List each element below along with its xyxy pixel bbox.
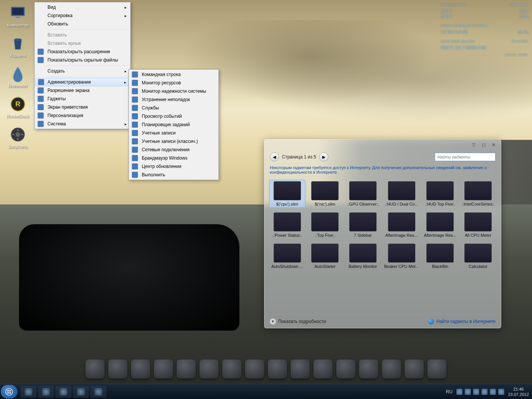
dock-item[interactable]	[268, 359, 287, 378]
close-icon[interactable]: ✕	[492, 142, 497, 147]
gadget-thumbnail	[274, 212, 301, 231]
gadget-item[interactable]: .:HUD / Dual Co...	[383, 180, 421, 208]
submenu-item[interactable]: Командная строка	[130, 70, 218, 79]
gadget-item[interactable]: Calculator	[460, 242, 496, 270]
taskbar: RU 21:46 23.07.2012	[0, 384, 532, 399]
gadget-item[interactable]: Beaker CPU Met...	[383, 242, 421, 270]
menu-item[interactable]: Вид▸	[35, 3, 130, 11]
submenu-item[interactable]: Устранение неполадок	[130, 95, 218, 104]
desktop-icon-rainmeter[interactable]: Rainmeter	[3, 65, 33, 88]
gadgets-window[interactable]: ▽ ◻ ✕ ◀ Страница 1 из 5 ▶ Некоторым гадж…	[264, 139, 501, 328]
taskbar-item[interactable]	[73, 386, 89, 398]
tray-icon[interactable]	[473, 389, 479, 395]
gadgets-search-input[interactable]	[435, 153, 496, 161]
menu-item[interactable]: Показать/скрыть скрытые файлы	[35, 56, 130, 64]
tray-icon[interactable]	[456, 389, 462, 395]
dock-item[interactable]	[222, 359, 241, 378]
gadget-item[interactable]: .:Top Five:.	[307, 211, 344, 239]
dock-item[interactable]	[86, 359, 104, 378]
gadget-item[interactable]: .:HUD Top Five:.	[422, 180, 458, 208]
gadget-item[interactable]: $('nic').slim	[307, 180, 344, 208]
gadget-item[interactable]: All CPU Meter	[460, 211, 496, 239]
submenu-item[interactable]: Выполнить	[130, 171, 218, 179]
tray-icon[interactable]	[465, 389, 471, 395]
dock-item[interactable]	[291, 359, 310, 378]
gadget-item[interactable]: .:IntelCoreSeries:.	[460, 180, 496, 208]
gadget-item[interactable]: .:GPU Observer:.	[345, 180, 381, 208]
desktop-icon-recycle-bin[interactable]: Корзина	[3, 34, 33, 58]
submenu-item[interactable]: Сетевые подключения	[130, 146, 218, 154]
gadget-item[interactable]: AutoShutdown ...	[269, 242, 306, 270]
dock-item[interactable]	[405, 359, 424, 378]
menu-item[interactable]: Система▸	[35, 120, 130, 128]
tray-icon[interactable]	[498, 389, 504, 395]
find-gadgets-online-link[interactable]: Найти гаджеты в Интернете	[428, 318, 496, 325]
taskbar-item[interactable]	[90, 386, 106, 398]
gadget-item[interactable]: BlackBin	[422, 242, 458, 270]
svg-point-4	[14, 38, 22, 41]
admin-submenu[interactable]: Командная строкаМонитор ресурсовМонитор …	[128, 69, 219, 180]
dock-item[interactable]	[131, 359, 150, 378]
gadget-thumbnail	[388, 212, 415, 231]
submenu-item[interactable]: Монитор надежности системы	[130, 87, 218, 95]
submenu-item[interactable]: Учетные записи (классич.)	[130, 137, 218, 146]
submenu-item[interactable]: Учетные записи	[130, 129, 218, 137]
menu-item-icon	[38, 49, 44, 55]
dock-item[interactable]	[314, 359, 332, 378]
submenu-item[interactable]: Брандмауэр Windows	[130, 154, 218, 162]
dock-item[interactable]	[200, 359, 218, 378]
submenu-item-icon	[132, 97, 138, 103]
gadgets-privacy-notice[interactable]: Некоторым гаджетам требуется доступ к Ин…	[264, 164, 501, 177]
language-indicator[interactable]: RU	[446, 389, 453, 394]
help-icon[interactable]: ◻	[482, 142, 487, 147]
dock-item[interactable]	[382, 359, 401, 378]
gadget-item[interactable]: Afterimage Res...	[383, 211, 421, 239]
menu-item[interactable]: Гаджеты	[35, 95, 130, 103]
desktop-icon-rocketdock[interactable]: RRocketDock	[3, 95, 33, 119]
dock-item[interactable]	[177, 359, 196, 378]
submenu-item[interactable]: Монитор ресурсов	[130, 79, 218, 87]
tray-icon[interactable]	[481, 389, 488, 395]
prev-page-button[interactable]: ◀	[270, 152, 279, 162]
taskbar-item[interactable]	[38, 386, 54, 398]
minimize-icon[interactable]: ▽	[472, 142, 477, 147]
desktop-icon-run[interactable]: Запустить	[3, 125, 33, 149]
show-details-button[interactable]: ▼ Показать подробности	[270, 318, 326, 325]
gadget-thumbnail	[388, 244, 415, 263]
start-button[interactable]	[1, 385, 17, 399]
menu-item[interactable]: Экран приветствия	[35, 103, 130, 111]
menu-item[interactable]: Показать/скрыть расширение	[35, 48, 130, 56]
taskbar-item[interactable]	[55, 386, 71, 398]
menu-item[interactable]: Создать▸	[35, 67, 130, 75]
gadget-item[interactable]: AfterImage Res...	[422, 211, 458, 239]
menu-item[interactable]: Обновить	[35, 20, 130, 28]
gadget-item[interactable]: AutoStarter	[307, 242, 344, 270]
computer-icon	[9, 4, 27, 22]
menu-item[interactable]: Персонализация	[35, 111, 130, 120]
menu-item[interactable]: Администрирование▸	[35, 78, 130, 86]
submenu-item[interactable]: Службы	[130, 104, 218, 112]
gadgets-grid: $('cpu').slim$('nic').slim.:GPU Observer…	[264, 177, 501, 272]
dock-item[interactable]	[336, 359, 355, 378]
taskbar-item[interactable]	[21, 386, 36, 398]
dock-item[interactable]	[154, 359, 173, 378]
gadget-item[interactable]: .:Power Status:.	[269, 211, 306, 239]
menu-item[interactable]: Сортировка▸	[35, 11, 130, 20]
menu-item[interactable]: Разрешение экрана	[35, 86, 130, 95]
desktop-context-menu[interactable]: Вид▸Сортировка▸ОбновитьВставитьВставить …	[34, 2, 131, 129]
submenu-item[interactable]: Планировщик заданий	[130, 120, 218, 129]
dock-item[interactable]	[428, 359, 446, 378]
submenu-item[interactable]: Центр обновления	[130, 162, 218, 171]
taskbar-clock[interactable]: 21:46 23.07.2012	[508, 386, 529, 397]
next-page-button[interactable]: ▶	[319, 152, 328, 162]
tray-icon[interactable]	[490, 389, 496, 395]
gadget-item[interactable]: $('cpu').slim	[269, 180, 306, 208]
submenu-item[interactable]: Просмотр событий	[130, 112, 218, 120]
submenu-item-icon	[132, 113, 138, 119]
dock-item[interactable]	[245, 359, 264, 378]
gadget-item[interactable]: Battery Monitor	[345, 242, 381, 270]
dock-item[interactable]	[108, 359, 127, 378]
gadget-item[interactable]: 7 Sidebar	[345, 211, 381, 239]
desktop-icon-computer[interactable]: Компьютер	[3, 4, 33, 27]
dock-item[interactable]	[359, 359, 378, 378]
